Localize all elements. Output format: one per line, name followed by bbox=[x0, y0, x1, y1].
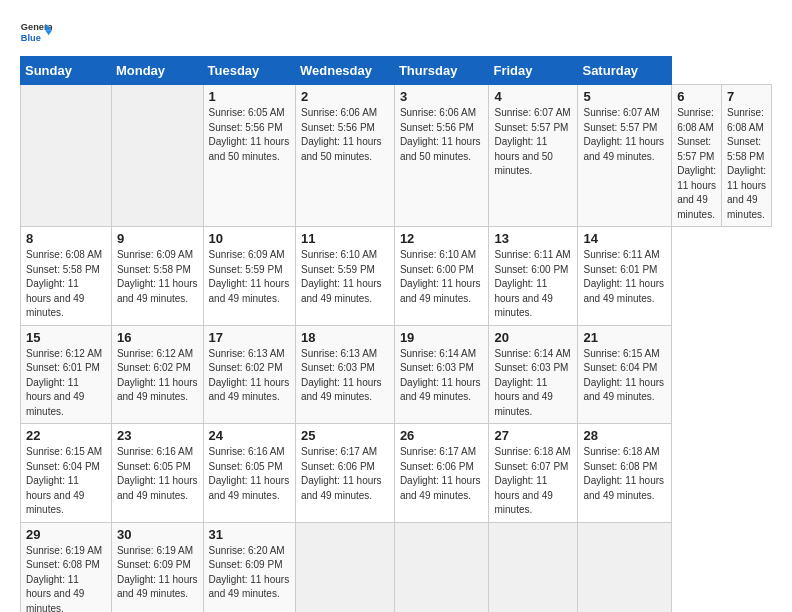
day-number: 5 bbox=[583, 89, 666, 104]
calendar-day-cell bbox=[111, 85, 203, 227]
calendar-day-cell: 25Sunrise: 6:17 AMSunset: 6:06 PMDayligh… bbox=[295, 424, 394, 523]
day-number: 2 bbox=[301, 89, 389, 104]
day-info: Sunrise: 6:11 AMSunset: 6:01 PMDaylight:… bbox=[583, 248, 666, 306]
calendar-day-cell: 29Sunrise: 6:19 AMSunset: 6:08 PMDayligh… bbox=[21, 522, 112, 612]
day-info: Sunrise: 6:07 AMSunset: 5:57 PMDaylight:… bbox=[494, 106, 572, 179]
calendar-body: 1Sunrise: 6:05 AMSunset: 5:56 PMDaylight… bbox=[21, 85, 772, 613]
calendar-day-cell bbox=[295, 522, 394, 612]
calendar-week-row: 8Sunrise: 6:08 AMSunset: 5:58 PMDaylight… bbox=[21, 227, 772, 326]
day-info: Sunrise: 6:16 AMSunset: 6:05 PMDaylight:… bbox=[117, 445, 198, 503]
day-info: Sunrise: 6:05 AMSunset: 5:56 PMDaylight:… bbox=[209, 106, 290, 164]
day-number: 23 bbox=[117, 428, 198, 443]
day-number: 9 bbox=[117, 231, 198, 246]
day-info: Sunrise: 6:07 AMSunset: 5:57 PMDaylight:… bbox=[583, 106, 666, 164]
weekday-header-cell: Sunday bbox=[21, 57, 112, 85]
day-number: 14 bbox=[583, 231, 666, 246]
day-number: 15 bbox=[26, 330, 106, 345]
calendar-day-cell: 4Sunrise: 6:07 AMSunset: 5:57 PMDaylight… bbox=[489, 85, 578, 227]
day-number: 19 bbox=[400, 330, 484, 345]
calendar-day-cell: 16Sunrise: 6:12 AMSunset: 6:02 PMDayligh… bbox=[111, 325, 203, 424]
day-info: Sunrise: 6:12 AMSunset: 6:02 PMDaylight:… bbox=[117, 347, 198, 405]
calendar-day-cell: 30Sunrise: 6:19 AMSunset: 6:09 PMDayligh… bbox=[111, 522, 203, 612]
calendar-day-cell: 6Sunrise: 6:08 AMSunset: 5:57 PMDaylight… bbox=[672, 85, 722, 227]
day-info: Sunrise: 6:13 AMSunset: 6:02 PMDaylight:… bbox=[209, 347, 290, 405]
calendar-day-cell bbox=[578, 522, 672, 612]
calendar-day-cell: 10Sunrise: 6:09 AMSunset: 5:59 PMDayligh… bbox=[203, 227, 295, 326]
page: General Blue SundayMondayTuesdayWednesda… bbox=[0, 0, 792, 612]
day-info: Sunrise: 6:15 AMSunset: 6:04 PMDaylight:… bbox=[583, 347, 666, 405]
calendar-day-cell: 21Sunrise: 6:15 AMSunset: 6:04 PMDayligh… bbox=[578, 325, 672, 424]
day-number: 27 bbox=[494, 428, 572, 443]
day-number: 12 bbox=[400, 231, 484, 246]
day-info: Sunrise: 6:10 AMSunset: 5:59 PMDaylight:… bbox=[301, 248, 389, 306]
day-info: Sunrise: 6:15 AMSunset: 6:04 PMDaylight:… bbox=[26, 445, 106, 518]
day-info: Sunrise: 6:11 AMSunset: 6:00 PMDaylight:… bbox=[494, 248, 572, 321]
calendar-day-cell: 14Sunrise: 6:11 AMSunset: 6:01 PMDayligh… bbox=[578, 227, 672, 326]
day-number: 17 bbox=[209, 330, 290, 345]
logo-icon: General Blue bbox=[20, 18, 52, 46]
logo: General Blue bbox=[20, 18, 52, 46]
day-number: 20 bbox=[494, 330, 572, 345]
day-number: 7 bbox=[727, 89, 766, 104]
calendar-day-cell: 22Sunrise: 6:15 AMSunset: 6:04 PMDayligh… bbox=[21, 424, 112, 523]
day-info: Sunrise: 6:17 AMSunset: 6:06 PMDaylight:… bbox=[400, 445, 484, 503]
calendar-week-row: 1Sunrise: 6:05 AMSunset: 5:56 PMDaylight… bbox=[21, 85, 772, 227]
calendar-week-row: 22Sunrise: 6:15 AMSunset: 6:04 PMDayligh… bbox=[21, 424, 772, 523]
day-number: 11 bbox=[301, 231, 389, 246]
calendar-day-cell: 11Sunrise: 6:10 AMSunset: 5:59 PMDayligh… bbox=[295, 227, 394, 326]
calendar-day-cell: 23Sunrise: 6:16 AMSunset: 6:05 PMDayligh… bbox=[111, 424, 203, 523]
weekday-header-cell: Saturday bbox=[578, 57, 672, 85]
calendar-day-cell: 17Sunrise: 6:13 AMSunset: 6:02 PMDayligh… bbox=[203, 325, 295, 424]
calendar-day-cell: 26Sunrise: 6:17 AMSunset: 6:06 PMDayligh… bbox=[394, 424, 489, 523]
day-info: Sunrise: 6:06 AMSunset: 5:56 PMDaylight:… bbox=[301, 106, 389, 164]
calendar-day-cell: 5Sunrise: 6:07 AMSunset: 5:57 PMDaylight… bbox=[578, 85, 672, 227]
day-number: 22 bbox=[26, 428, 106, 443]
day-info: Sunrise: 6:20 AMSunset: 6:09 PMDaylight:… bbox=[209, 544, 290, 602]
svg-text:Blue: Blue bbox=[21, 33, 41, 43]
day-number: 30 bbox=[117, 527, 198, 542]
day-number: 29 bbox=[26, 527, 106, 542]
day-info: Sunrise: 6:13 AMSunset: 6:03 PMDaylight:… bbox=[301, 347, 389, 405]
calendar-table: SundayMondayTuesdayWednesdayThursdayFrid… bbox=[20, 56, 772, 612]
day-number: 10 bbox=[209, 231, 290, 246]
calendar-day-cell: 27Sunrise: 6:18 AMSunset: 6:07 PMDayligh… bbox=[489, 424, 578, 523]
day-info: Sunrise: 6:08 AMSunset: 5:57 PMDaylight:… bbox=[677, 106, 716, 222]
calendar-day-cell: 7Sunrise: 6:08 AMSunset: 5:58 PMDaylight… bbox=[722, 85, 772, 227]
day-number: 26 bbox=[400, 428, 484, 443]
day-info: Sunrise: 6:08 AMSunset: 5:58 PMDaylight:… bbox=[727, 106, 766, 222]
weekday-header-cell: Monday bbox=[111, 57, 203, 85]
day-info: Sunrise: 6:06 AMSunset: 5:56 PMDaylight:… bbox=[400, 106, 484, 164]
day-number: 18 bbox=[301, 330, 389, 345]
day-number: 25 bbox=[301, 428, 389, 443]
calendar-day-cell bbox=[394, 522, 489, 612]
weekday-header-row: SundayMondayTuesdayWednesdayThursdayFrid… bbox=[21, 57, 772, 85]
calendar-day-cell bbox=[489, 522, 578, 612]
calendar-day-cell: 20Sunrise: 6:14 AMSunset: 6:03 PMDayligh… bbox=[489, 325, 578, 424]
calendar-day-cell: 3Sunrise: 6:06 AMSunset: 5:56 PMDaylight… bbox=[394, 85, 489, 227]
day-number: 21 bbox=[583, 330, 666, 345]
day-info: Sunrise: 6:18 AMSunset: 6:07 PMDaylight:… bbox=[494, 445, 572, 518]
day-info: Sunrise: 6:19 AMSunset: 6:08 PMDaylight:… bbox=[26, 544, 106, 613]
weekday-header-cell: Thursday bbox=[394, 57, 489, 85]
calendar-day-cell: 13Sunrise: 6:11 AMSunset: 6:00 PMDayligh… bbox=[489, 227, 578, 326]
day-info: Sunrise: 6:14 AMSunset: 6:03 PMDaylight:… bbox=[400, 347, 484, 405]
day-info: Sunrise: 6:12 AMSunset: 6:01 PMDaylight:… bbox=[26, 347, 106, 420]
calendar-day-cell: 1Sunrise: 6:05 AMSunset: 5:56 PMDaylight… bbox=[203, 85, 295, 227]
calendar-week-row: 29Sunrise: 6:19 AMSunset: 6:08 PMDayligh… bbox=[21, 522, 772, 612]
day-number: 28 bbox=[583, 428, 666, 443]
weekday-header-cell: Wednesday bbox=[295, 57, 394, 85]
day-number: 6 bbox=[677, 89, 716, 104]
day-number: 16 bbox=[117, 330, 198, 345]
calendar-day-cell: 28Sunrise: 6:18 AMSunset: 6:08 PMDayligh… bbox=[578, 424, 672, 523]
calendar-day-cell: 8Sunrise: 6:08 AMSunset: 5:58 PMDaylight… bbox=[21, 227, 112, 326]
day-info: Sunrise: 6:18 AMSunset: 6:08 PMDaylight:… bbox=[583, 445, 666, 503]
day-info: Sunrise: 6:09 AMSunset: 5:58 PMDaylight:… bbox=[117, 248, 198, 306]
day-number: 3 bbox=[400, 89, 484, 104]
day-info: Sunrise: 6:19 AMSunset: 6:09 PMDaylight:… bbox=[117, 544, 198, 602]
calendar-day-cell: 9Sunrise: 6:09 AMSunset: 5:58 PMDaylight… bbox=[111, 227, 203, 326]
calendar-day-cell bbox=[21, 85, 112, 227]
day-number: 4 bbox=[494, 89, 572, 104]
day-number: 13 bbox=[494, 231, 572, 246]
weekday-header-cell: Tuesday bbox=[203, 57, 295, 85]
weekday-header-cell: Friday bbox=[489, 57, 578, 85]
